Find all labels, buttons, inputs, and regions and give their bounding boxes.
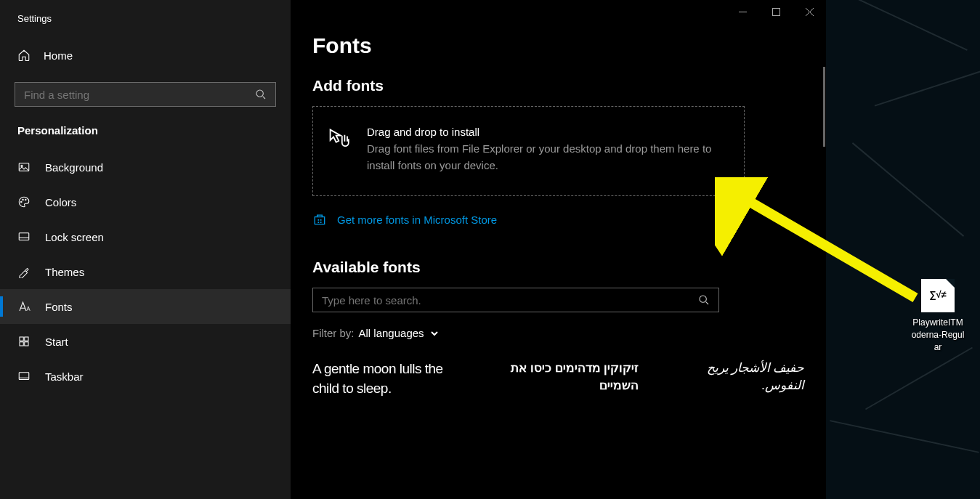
- drag-cursor-icon: [328, 127, 354, 153]
- lockscreen-icon: [17, 230, 31, 243]
- minimize-button[interactable]: [726, 0, 759, 23]
- add-fonts-heading: Add fonts: [312, 77, 804, 94]
- home-icon: [17, 49, 31, 62]
- app-title: Settings: [0, 13, 291, 38]
- nav-label: Lock screen: [45, 231, 104, 243]
- fonts-icon: [17, 300, 31, 313]
- filter-label: Filter by:: [312, 327, 355, 339]
- filter-dropdown[interactable]: All languages: [359, 327, 439, 339]
- home-nav[interactable]: Home: [0, 38, 291, 72]
- drag-drop-zone[interactable]: Drag and drop to install Drag font files…: [312, 106, 745, 196]
- font-preview-1[interactable]: A gentle moon lulls the child to sleep.: [312, 360, 448, 398]
- main-panel: Fonts Add fonts Drag and drop to install…: [291, 0, 826, 499]
- font-preview-2[interactable]: זיקוקין מדהימים כיסו את השמיים: [479, 360, 639, 398]
- nav-list: Background Colors Lock screen Themes Fon…: [0, 150, 291, 394]
- close-button[interactable]: [793, 0, 826, 23]
- svg-rect-7: [20, 337, 23, 341]
- nav-label: Taskbar: [45, 370, 84, 383]
- svg-rect-12: [772, 8, 779, 15]
- svg-rect-10: [25, 342, 28, 346]
- sidebar-search[interactable]: [15, 82, 276, 107]
- svg-point-13: [700, 296, 706, 302]
- filter-value-text: All languages: [359, 327, 424, 339]
- maximize-button[interactable]: [759, 0, 793, 23]
- titlebar: [291, 0, 826, 23]
- font-search-input[interactable]: [322, 294, 698, 307]
- nav-item-start[interactable]: Start: [0, 324, 291, 359]
- nav-item-background[interactable]: Background: [0, 150, 291, 184]
- font-preview-3[interactable]: حفيف الأشجار يريح النفوس.: [671, 360, 804, 398]
- search-icon: [255, 89, 267, 100]
- nav-label: Themes: [45, 266, 84, 278]
- page-title: Fonts: [312, 33, 804, 58]
- font-file-name: PlaywriteITModerna-Regular: [911, 317, 965, 353]
- nav-item-lockscreen[interactable]: Lock screen: [0, 219, 291, 254]
- picture-icon: [17, 161, 31, 174]
- chevron-down-icon: [430, 329, 439, 338]
- taskbar-icon: [17, 370, 31, 383]
- settings-window: Settings Home Personalization Background…: [0, 0, 826, 499]
- available-fonts-heading: Available fonts: [312, 259, 804, 276]
- dropzone-description: Drag font files from File Explorer or yo…: [367, 141, 729, 174]
- themes-icon: [17, 265, 31, 278]
- svg-rect-6: [19, 233, 29, 240]
- search-icon: [698, 294, 710, 306]
- filter-row: Filter by: All languages: [312, 327, 804, 339]
- font-file-thumb: ∑√≠: [921, 279, 955, 312]
- nav-item-taskbar[interactable]: Taskbar: [0, 359, 291, 394]
- svg-point-0: [256, 90, 263, 97]
- palette-icon: [17, 195, 31, 208]
- start-icon: [17, 335, 31, 348]
- scrollbar-thumb[interactable]: [823, 67, 825, 147]
- content-area: Fonts Add fonts Drag and drop to install…: [291, 23, 826, 499]
- store-icon: [312, 212, 327, 227]
- sidebar: Settings Home Personalization Background…: [0, 0, 291, 499]
- nav-item-colors[interactable]: Colors: [0, 184, 291, 219]
- desktop-font-file[interactable]: ∑√≠ PlaywriteITModerna-Regular: [911, 279, 965, 353]
- font-previews: A gentle moon lulls the child to sleep. …: [312, 360, 804, 398]
- svg-rect-11: [19, 373, 29, 380]
- font-search-box[interactable]: [312, 288, 719, 312]
- sidebar-section-header: Personalization: [0, 124, 291, 150]
- home-label: Home: [44, 49, 73, 62]
- store-link-text: Get more fonts in Microsoft Store: [337, 214, 497, 226]
- dropzone-title: Drag and drop to install: [367, 126, 729, 138]
- nav-label: Fonts: [45, 301, 73, 313]
- nav-label: Start: [45, 336, 68, 348]
- font-file-glyph: ∑√≠: [921, 289, 955, 300]
- sidebar-search-input[interactable]: [24, 89, 255, 101]
- nav-label: Background: [45, 161, 103, 174]
- svg-rect-8: [25, 337, 28, 341]
- nav-item-themes[interactable]: Themes: [0, 254, 291, 289]
- nav-item-fonts[interactable]: Fonts: [0, 289, 291, 324]
- svg-point-4: [23, 199, 24, 200]
- svg-rect-9: [20, 342, 23, 346]
- svg-point-3: [21, 201, 23, 203]
- nav-label: Colors: [45, 196, 76, 208]
- store-link-row[interactable]: Get more fonts in Microsoft Store: [312, 212, 804, 227]
- svg-point-5: [25, 199, 27, 200]
